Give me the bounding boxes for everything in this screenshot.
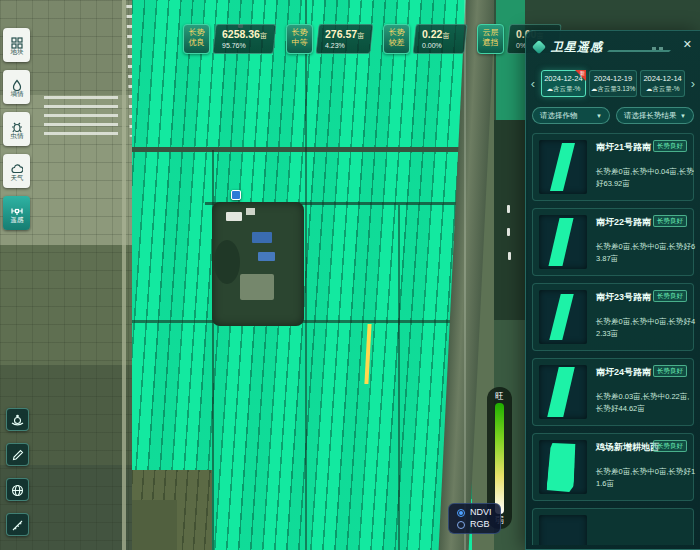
- map-lane-marking: [508, 252, 511, 260]
- field-shape: [548, 218, 573, 266]
- map-building: [226, 212, 242, 221]
- crop-select[interactable]: 请选择作物 ▼: [532, 107, 610, 125]
- pest-icon: [11, 119, 23, 131]
- satellite-monitoring-app: 地块 墒情 虫情 天气 遥感: [0, 0, 700, 550]
- map-road: [122, 0, 126, 550]
- map-road-edge: [464, 0, 466, 550]
- stat-area: 6258.36: [222, 28, 260, 40]
- layer-option-label: NDVI: [470, 508, 492, 517]
- growth-result-select[interactable]: 请选择长势结果 ▼: [616, 107, 694, 125]
- sidebar-item-label: 地块: [10, 48, 23, 54]
- growth-badge: 长势良好: [653, 440, 687, 452]
- map-trees: [494, 120, 528, 320]
- weather-icon: [11, 161, 23, 173]
- cloud-amount: 含云量3.13%: [597, 85, 635, 92]
- map-yard: [240, 274, 274, 300]
- stat-unit: 亩: [443, 32, 450, 39]
- map-field-patch: [496, 0, 528, 120]
- globe-button[interactable]: [6, 478, 29, 501]
- layer-option-ndvi[interactable]: NDVI: [457, 508, 492, 517]
- list-item[interactable]: 南圩23号路南 长势良好 长势差0亩,长势中0亩,长势好42.33亩: [532, 283, 694, 351]
- header-decoration: [652, 47, 656, 50]
- date-label: 2024-12-14: [642, 74, 683, 85]
- legend-top-label: 旺: [495, 392, 504, 401]
- date-tab[interactable]: 2024-12-14 ☁含云量-%: [640, 70, 685, 97]
- sidebar-item-parcels[interactable]: 地块: [3, 28, 30, 62]
- new-ribbon-label: 新: [580, 71, 585, 76]
- next-date-icon[interactable]: ›: [688, 77, 698, 90]
- stat-area: 276.57: [325, 28, 357, 40]
- stat-growth-medium: 长势中等 276.57亩 4.23%: [286, 24, 372, 54]
- satellite-panel: 卫星遥感 ✕ ‹ 2024-12-24 ☁含云量-% 新 2024-12-19 …: [525, 30, 700, 550]
- field-thumbnail: [539, 215, 587, 269]
- stat-value-box: 6258.36亩 95.76%: [212, 24, 276, 54]
- sidebar-item-pests[interactable]: 虫情: [3, 112, 30, 146]
- prev-date-icon[interactable]: ‹: [528, 77, 538, 90]
- stat-unit: 亩: [260, 32, 267, 39]
- stat-value-box: 276.57亩 4.23%: [315, 24, 373, 54]
- map-trees: [214, 240, 240, 284]
- cloud-amount: 含云量-%: [553, 85, 580, 92]
- map-blue-roof-building: [258, 252, 275, 261]
- close-icon[interactable]: ✕: [683, 39, 692, 50]
- field-shape: [550, 143, 575, 191]
- stat-value-box: 0.22亩 0.00%: [413, 24, 468, 54]
- sidebar-item-label: 墒情: [10, 90, 23, 96]
- globe-icon: [11, 483, 24, 496]
- map-blue-roof-building: [252, 232, 272, 243]
- chevron-down-icon: ▼: [680, 113, 686, 119]
- sidebar-item-label: 虫情: [10, 132, 23, 138]
- field-detail: 长势差0亩,长势中0亩,长势好63.87亩: [596, 241, 696, 264]
- cloud-amount: 含云量-%: [652, 85, 679, 92]
- stat-percent: 4.23%: [325, 41, 364, 50]
- field-detail: 长势差0亩,长势中0亩,长势好11.6亩: [596, 466, 696, 489]
- layer-option-label: RGB: [470, 520, 490, 529]
- field-shape: [547, 367, 575, 417]
- pencil-icon: [11, 448, 24, 461]
- satellite-icon: [11, 413, 24, 426]
- list-item[interactable]: 南圩21号路南 长势良好 长势差0亩,长势中0.04亩,长势好63.92亩: [532, 133, 694, 201]
- sidebar-item-label: 遥感: [10, 216, 23, 222]
- satellite-view-button[interactable]: [6, 408, 29, 431]
- stat-percent: 95.76%: [222, 41, 267, 50]
- stat-unit: 亩: [357, 32, 364, 39]
- map-location-marker[interactable]: [231, 190, 241, 200]
- measure-button[interactable]: [6, 513, 29, 536]
- sidebar-item-moisture[interactable]: 墒情: [3, 70, 30, 104]
- field-list[interactable]: 南圩21号路南 长势良好 长势差0亩,长势中0.04亩,长势好63.92亩 南圩…: [526, 133, 700, 545]
- radio-selected-icon: [457, 509, 465, 517]
- chevron-down-icon: ▼: [596, 113, 602, 119]
- draw-button[interactable]: [6, 443, 29, 466]
- layer-option-rgb[interactable]: RGB: [457, 520, 492, 529]
- date-selector: ‹ 2024-12-24 ☁含云量-% 新 2024-12-19 ☁含云量3.1…: [526, 63, 700, 103]
- header-decoration: [607, 50, 671, 52]
- stat-label-chip: 长势较差: [383, 24, 410, 54]
- panel-header: 卫星遥感 ✕: [526, 31, 700, 63]
- field-thumbnail: [539, 440, 587, 494]
- field-thumbnail: [539, 365, 587, 419]
- list-item[interactable]: [532, 508, 694, 545]
- growth-badge: 长势良好: [653, 215, 687, 227]
- remote-sensing-icon: [11, 203, 23, 215]
- list-item[interactable]: 南圩24号路南 长势良好 长势差0.03亩,长势中0.22亩,长势好44.62亩: [532, 358, 694, 426]
- stat-label-chip: 长势中等: [286, 24, 313, 54]
- field-shape: [549, 294, 573, 340]
- map-field-patch: [132, 500, 177, 550]
- panel-title: 卫星遥感: [551, 39, 603, 56]
- map-tools: [6, 408, 29, 536]
- growth-badge: 长势良好: [653, 365, 687, 377]
- list-item[interactable]: 鸡场新增耕地西 长势良好 长势差0亩,长势中0亩,长势好11.6亩: [532, 433, 694, 501]
- growth-stats-bar: 长势优良 6258.36亩 95.76% 长势中等 276.57亩 4.23% …: [183, 24, 560, 54]
- sidebar-item-remote-sensing[interactable]: 遥感: [3, 196, 30, 230]
- left-sidebar: 地块 墒情 虫情 天气 遥感: [3, 28, 30, 230]
- measure-icon: [11, 518, 24, 531]
- radio-unselected-icon: [457, 521, 465, 529]
- date-tab[interactable]: 2024-12-24 ☁含云量-% 新: [541, 70, 586, 97]
- sidebar-item-weather[interactable]: 天气: [3, 154, 30, 188]
- list-item[interactable]: 南圩22号路南 长势良好 长势差0亩,长势中0亩,长势好63.87亩: [532, 208, 694, 276]
- growth-badge: 长势良好: [653, 140, 687, 152]
- map-building: [246, 208, 255, 215]
- growth-select-value: 请选择长势结果: [624, 112, 677, 120]
- date-tab[interactable]: 2024-12-19 ☁含云量3.13%: [589, 70, 637, 97]
- map-field-divider: [305, 0, 307, 550]
